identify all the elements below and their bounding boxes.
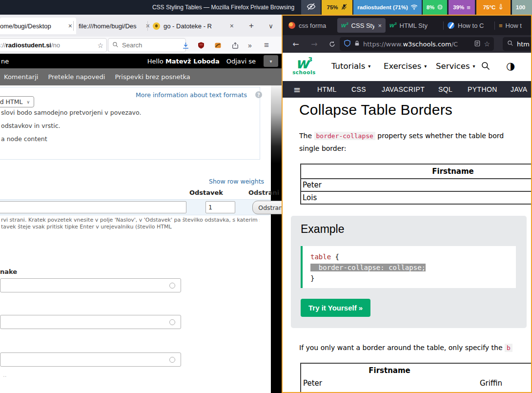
back-button[interactable]: ← — [289, 38, 302, 50]
bookmark-star-icon[interactable]: ☆ — [97, 41, 103, 49]
reader-view-icon[interactable] — [474, 40, 481, 48]
files-app-favicon — [153, 22, 160, 30]
autocomplete-input-2[interactable] — [0, 315, 181, 329]
header-dropdown-button[interactable]: ▾ — [264, 55, 278, 67]
w3schools-header: w3 schools Tutorials▾ Exercises▾ Service… — [283, 53, 531, 81]
help-icon[interactable]: ? — [255, 91, 262, 98]
thermometer-icon — [498, 3, 504, 11]
footnote-text: .. — [3, 372, 7, 378]
text-format-select[interactable]: d HTML ∨ — [0, 96, 34, 107]
window-title: CSS Styling Tables — Mozilla Firefox Pri… — [146, 0, 300, 15]
logout-link[interactable]: Odjavi se — [226, 58, 256, 65]
close-icon[interactable]: × — [68, 22, 72, 30]
tab-pretekle-napovedi[interactable]: Pretekle napovedi — [48, 73, 105, 81]
browser-tab[interactable]: ≡ How t — [495, 18, 532, 33]
address-bar[interactable]: ttps://radiostudent.si/no ☆ — [0, 39, 106, 52]
hamburger-icon: ≡ — [264, 41, 269, 50]
battery-indicator[interactable]: 100 — [512, 0, 532, 15]
table-cell: Lois — [301, 389, 478, 392]
wifi-icon — [410, 4, 418, 11]
show-row-weights-link[interactable]: Show row weights — [209, 178, 264, 185]
indicator-label: radiostudent (71%) — [357, 4, 408, 10]
autocomplete-spinner-icon — [169, 357, 175, 363]
ublock-extension-button[interactable] — [195, 40, 207, 51]
topnav-java[interactable]: JAVA — [511, 85, 528, 93]
tab-komentarji[interactable]: Komentarji — [4, 73, 38, 81]
field-description: rvi strani. Kratek povzetek vnesite v po… — [1, 217, 260, 223]
volume-indicator[interactable]: 75% — [322, 0, 352, 15]
topnav-html[interactable]: HTML — [317, 85, 337, 93]
header-left-text: ne — [1, 58, 9, 65]
overflow-menu-button[interactable]: » — [244, 40, 256, 51]
tab-separator — [73, 21, 74, 31]
example-heading: Example — [301, 223, 344, 236]
search-icon — [507, 40, 513, 48]
try-it-yourself-button[interactable]: Try it Yourself » — [301, 299, 370, 317]
w3schools-logo[interactable]: w3 schools — [290, 56, 318, 75]
chevron-down-icon: ∨ — [268, 22, 273, 30]
browser-tab[interactable]: How to C — [444, 18, 494, 33]
search-icon — [112, 41, 119, 49]
close-icon[interactable]: × — [378, 22, 382, 29]
browser-tab[interactable]: css forma — [285, 18, 337, 33]
extension-button[interactable] — [212, 40, 224, 51]
menu-services[interactable]: Services▾ — [436, 62, 475, 71]
chevron-down-icon: ∨ — [26, 100, 30, 104]
hamburger-icon[interactable]: ≡ — [293, 84, 313, 95]
column-header-odstavek: Odstavek — [188, 189, 225, 196]
screen-privacy-toggle[interactable] — [301, 0, 321, 15]
right-tab-bar: css forma w3 CSS Sty × w3 HTML Sty How t… — [283, 16, 531, 35]
list-tabs-button[interactable]: ∨ — [264, 19, 278, 33]
outro-paragraph: If you only want a border around the tab… — [299, 342, 530, 354]
back-icon: ← — [292, 40, 299, 49]
title-input[interactable] — [0, 201, 186, 213]
table-row: Lois — [301, 191, 531, 204]
remove-button[interactable]: Odstrani — [252, 201, 282, 214]
network-indicator[interactable]: radiostudent (71%) — [353, 0, 422, 15]
more-info-link[interactable]: More information about text formats — [136, 91, 247, 99]
topnav-sql[interactable]: SQL — [438, 85, 452, 93]
new-tab-button[interactable]: + — [244, 19, 259, 33]
search-bar[interactable]: htm — [503, 37, 532, 51]
browser-tab-active[interactable]: w3 CSS Sty × — [337, 18, 386, 33]
topnav-python[interactable]: PYTHON — [468, 85, 497, 93]
code-line-selected: border-collapse: collapse; — [310, 262, 516, 273]
site-search-button[interactable] — [481, 61, 491, 73]
tab-title: HTML Sty — [400, 22, 439, 29]
app-menu-button[interactable]: ≡ — [261, 40, 272, 51]
admin-tab-bar: Komentarji Pretekle napovedi Prispevki b… — [0, 68, 282, 85]
downloads-button[interactable] — [180, 40, 191, 51]
browser-tab[interactable]: w3 HTML Sty — [386, 18, 443, 33]
codespan: border-collapse — [314, 132, 375, 140]
topnav-css[interactable]: CSS — [351, 85, 366, 93]
memory-indicator[interactable]: 39% ≡ — [449, 0, 475, 15]
temperature-indicator[interactable]: 75°C — [476, 0, 511, 15]
dark-mode-toggle[interactable]: ◑ — [506, 60, 515, 72]
collapsed-borders-table: Firstname Peter Lois — [300, 164, 531, 205]
reload-button[interactable] — [326, 38, 338, 50]
browser-tab[interactable]: ome/bugi/Desktop × — [0, 18, 76, 34]
share-button[interactable] — [229, 40, 241, 51]
menu-exercises[interactable]: Exercises▾ — [384, 62, 427, 71]
caret-down-icon: ▾ — [269, 59, 272, 64]
field-description: tavek šteje vsak pritisk tipke Enter v u… — [1, 224, 260, 230]
forward-button[interactable]: → — [308, 38, 321, 50]
close-icon[interactable]: × — [230, 22, 234, 30]
cpu-indicator[interactable]: 8% — [423, 0, 447, 15]
autocomplete-input-1[interactable] — [0, 278, 181, 292]
browser-tab[interactable]: file:///home/bugi/Des × — [75, 18, 154, 34]
topnav-javascript[interactable]: JAVASCRIPT — [382, 85, 425, 93]
autocomplete-input-3[interactable] — [0, 352, 181, 367]
tab-prispevki[interactable]: Prispevki brez posnetka — [115, 73, 190, 81]
code-line: } — [310, 273, 516, 284]
paragraph-number-input[interactable]: 1 — [205, 201, 235, 213]
table-header-cell: Firstname — [301, 363, 478, 377]
plus-icon: + — [249, 21, 254, 31]
menu-tutorials[interactable]: Tutorials▾ — [331, 62, 370, 71]
search-bar[interactable]: Search — [108, 39, 185, 52]
username: Matevž Loboda — [165, 58, 220, 65]
indicator-label: 100 — [516, 4, 525, 10]
browser-tab[interactable]: go - Datoteke - R × — [149, 18, 238, 34]
address-bar[interactable]: https://www.w3schools.com/C ☆ — [340, 37, 494, 51]
bookmark-star-icon[interactable]: ☆ — [484, 40, 490, 48]
